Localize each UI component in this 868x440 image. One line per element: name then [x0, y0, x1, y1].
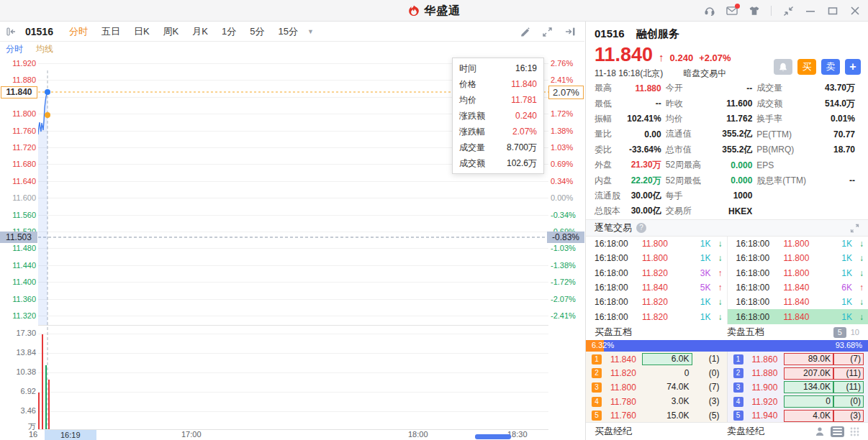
minimize-icon[interactable] [805, 5, 816, 17]
bid-depth-row[interactable]: 411.7803.0K(3) [592, 395, 723, 409]
tab-5分[interactable]: 5分 [250, 25, 264, 38]
buy-button[interactable]: 买 [797, 59, 816, 75]
grid-view-icon[interactable] [850, 427, 859, 436]
ask-depth-row[interactable]: 511.9404.0K(3) [733, 408, 864, 423]
list-view-icon[interactable] [831, 426, 844, 437]
service-headset-icon[interactable] [704, 5, 715, 17]
bid-price[interactable]: 11.780 [606, 397, 642, 407]
percent-axis-label: -2.07% [551, 294, 584, 304]
stat-value: 355.2亿 [718, 128, 757, 140]
quote-datetime: 11-18 16:18(北京) [595, 68, 663, 80]
stock-code: 01516 [595, 27, 625, 41]
tab-周K[interactable]: 周K [163, 25, 179, 38]
tick-time: 16:18:00 [736, 312, 784, 322]
stat-label: EPS [756, 160, 820, 170]
tab-1分[interactable]: 1分 [222, 25, 236, 38]
more-periods-caret-icon[interactable]: ▼ [307, 28, 314, 35]
tick-volume: 1K [682, 253, 714, 263]
stat-value: 43.70万 [820, 82, 859, 94]
minute-chart[interactable]: 分时均线 11.9202.76%11.8802.41%11.8001.72%11… [0, 42, 584, 440]
volume-bar [45, 365, 47, 430]
stock-info-panel: 01516 融创服务 11.840 ↑ 0.240 +2.07% 11-18 1… [585, 22, 868, 440]
alert-bell-button[interactable] [774, 59, 792, 75]
stat-label: 振幅 [595, 113, 626, 125]
ask-depth-table: 111.86089.0K(7)211.880207.0K(11)311.9001… [727, 352, 868, 422]
maximize-icon[interactable] [827, 5, 838, 17]
time-tick-16:19: 16:19 [45, 430, 96, 440]
stat-label: 最低 [595, 98, 626, 110]
bid-price[interactable]: 11.840 [606, 354, 642, 365]
bid-order-count: (5) [692, 410, 723, 422]
expand-section-icon[interactable] [850, 224, 859, 233]
tooltip-value: 2.07% [512, 127, 537, 137]
ask-price[interactable]: 11.880 [748, 368, 784, 378]
ask-broker-title: 卖盘经纪 [727, 425, 764, 438]
level-badge: 1 [733, 354, 743, 365]
collapse-right-icon[interactable] [564, 27, 576, 37]
bid-ask-ratio-bar: 6.32% 93.68% [586, 340, 868, 352]
tick-trades-list: 16:18:0011.8001K↓16:18:0011.8001K↓16:18:… [586, 237, 868, 324]
level-badge: 4 [592, 397, 602, 407]
stat-label: 内盘 [595, 175, 626, 187]
tick-volume: 1K [682, 297, 714, 307]
tab-五日[interactable]: 五日 [101, 25, 120, 38]
sell-button[interactable]: 卖 [821, 59, 840, 75]
volume-bar [38, 393, 40, 430]
tick-row: 16:18:0011.8401K↓ [728, 295, 868, 309]
person-icon[interactable] [815, 426, 825, 436]
stat-label: 52周最高 [666, 159, 718, 171]
bid-depth-row[interactable]: 511.76015.0K(5) [592, 408, 723, 423]
tick-trades-header: 逐笔交易 ? [586, 219, 868, 237]
ask-price[interactable]: 11.920 [748, 397, 784, 407]
tab-月K[interactable]: 月K [192, 25, 208, 38]
arrow-down-icon: ↓ [714, 312, 727, 322]
bid-depth-row[interactable]: 111.8406.0K(1) [592, 352, 723, 367]
tooltip-label: 涨跌额 [459, 110, 485, 122]
mail-icon[interactable] [726, 5, 738, 17]
depth-toggle-5[interactable]: 5 [833, 327, 846, 338]
collapse-left-icon[interactable] [6, 27, 17, 37]
notification-dot [735, 4, 740, 9]
tab-分时[interactable]: 分时 [69, 25, 88, 38]
add-watchlist-button[interactable]: + [845, 59, 861, 75]
ask-price[interactable]: 11.900 [748, 382, 784, 393]
bid-depth-row[interactable]: 211.8200(0) [592, 367, 723, 381]
ask-depth-row[interactable]: 411.9200(0) [733, 395, 864, 409]
tab-日K[interactable]: 日K [134, 25, 150, 38]
time-tick-18:00: 18:00 [408, 430, 428, 439]
percent-axis-label: 2.76% [551, 58, 584, 68]
ask-depth-row[interactable]: 211.880207.0K(11) [733, 367, 864, 381]
bid-depth-row[interactable]: 311.80074.0K(7) [592, 380, 723, 395]
ask-price[interactable]: 11.860 [748, 354, 784, 365]
ask-depth-row[interactable]: 111.86089.0K(7) [733, 352, 864, 367]
tab-15分[interactable]: 15分 [278, 25, 297, 38]
bid-price[interactable]: 11.820 [606, 368, 642, 378]
ask-price[interactable]: 11.940 [748, 411, 784, 421]
help-question-icon[interactable]: ? [636, 223, 646, 233]
draw-pencil-icon[interactable] [520, 27, 530, 37]
depth-header: 买盘五档 卖盘五档 5 10 [586, 324, 868, 340]
ask-depth-row[interactable]: 311.900134.0K(11) [733, 380, 864, 395]
bid-price[interactable]: 11.800 [606, 382, 642, 393]
tick-row: 16:18:0011.8401K↓ [728, 309, 868, 324]
close-icon[interactable] [849, 5, 861, 17]
fullscreen-icon[interactable] [542, 27, 553, 37]
tick-row: 16:18:0011.8406K↑ [728, 280, 868, 295]
session-status: 暗盘交易中 [683, 68, 726, 80]
bid-price[interactable]: 11.760 [606, 411, 642, 421]
bid-quantity: 3.0K [642, 395, 692, 408]
volume-axis-label: 6.92 [0, 387, 36, 395]
tooltip-value: 11.840 [511, 79, 537, 89]
tooltip-row: 均价11.781 [459, 92, 537, 108]
legend-均线[interactable]: 均线 [36, 43, 53, 55]
legend-分时[interactable]: 分时 [6, 43, 23, 55]
tooltip-label: 成交量 [459, 142, 485, 154]
price-axis-label: 11.920 [0, 58, 36, 68]
depth-toggle-10[interactable]: 10 [851, 328, 859, 336]
shrink-icon[interactable] [782, 5, 794, 17]
tooltip-value: 0.240 [515, 111, 537, 121]
skin-shirt-icon[interactable] [749, 5, 760, 17]
tick-price: 11.820 [642, 312, 682, 322]
price-change-pct: +2.07% [699, 52, 731, 63]
chart-scrollbar-thumb[interactable] [475, 434, 511, 439]
